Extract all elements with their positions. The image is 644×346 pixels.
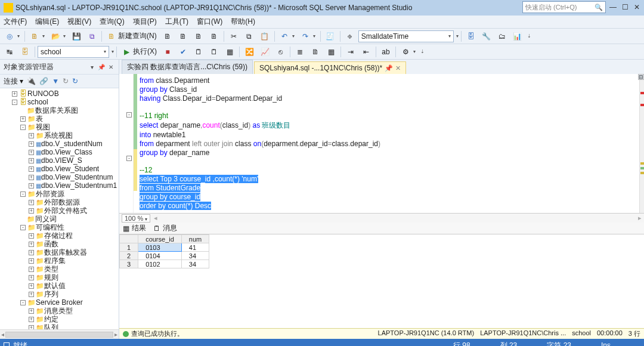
results-text-icon[interactable]: ≣ <box>293 45 307 58</box>
uncomment-icon[interactable]: ⇤ <box>359 45 373 58</box>
expand-icon[interactable]: + <box>29 150 34 155</box>
stop-button[interactable]: ■ <box>160 45 175 58</box>
refresh-icon[interactable]: ↻ <box>72 77 78 85</box>
close-tab-icon[interactable]: ✕ <box>395 64 401 72</box>
open-button[interactable]: 📂▾ <box>48 30 68 43</box>
maximize-button[interactable]: ☐ <box>620 2 630 12</box>
properties-button[interactable]: 🧾 <box>323 30 338 43</box>
paste-button[interactable]: 📋 <box>258 30 272 43</box>
expand-icon[interactable]: + <box>29 166 34 172</box>
menu-query[interactable]: 查询(Q) <box>100 17 124 27</box>
tree-item[interactable]: +▦ dbo.V_studentNum <box>0 140 119 148</box>
expand-icon[interactable]: - <box>20 191 26 197</box>
options-icon[interactable]: ⚙▾ <box>398 45 418 58</box>
save-button[interactable]: 💾 <box>69 30 83 43</box>
tree-item[interactable]: +📁 序列 <box>0 290 119 298</box>
wrench-icon[interactable]: 🔧 <box>479 30 494 43</box>
results-grid[interactable]: course_idnum101034120104343010234 <box>119 234 644 328</box>
expand-icon[interactable]: + <box>29 133 34 138</box>
execute-button[interactable]: ▶执行(X) <box>119 45 159 58</box>
expand-icon[interactable]: + <box>29 292 34 297</box>
tree-item[interactable]: +▦ dbo.View_Student <box>0 165 119 173</box>
client-stats-icon[interactable]: 📈 <box>258 45 272 58</box>
tab-experiment[interactable]: 实验四 数据库查询语言...C\Chris (59)) <box>122 60 253 74</box>
intellisense-icon[interactable]: ab <box>379 45 393 58</box>
engine-query-icon[interactable]: 🗎 <box>160 30 175 43</box>
new-query-button[interactable]: 🗎新建查询(N) <box>104 30 159 43</box>
new-project-button[interactable]: 🗎▾ <box>27 30 47 43</box>
expand-icon[interactable]: - <box>20 300 26 305</box>
sql-text[interactable]: from class.Deparment group by Class_id h… <box>137 74 639 213</box>
indent-icon[interactable]: ↹ <box>2 45 17 58</box>
tree-item[interactable]: +📁 队列 <box>0 323 119 329</box>
close-panel-icon[interactable]: ✕ <box>107 64 115 70</box>
zoom-combo[interactable]: 100 % ▾ <box>122 214 150 223</box>
tree-item[interactable]: +📁 表 <box>0 115 119 123</box>
menu-edit[interactable]: 编辑(E) <box>35 17 59 27</box>
back-button[interactable]: ◎▾ <box>2 30 22 43</box>
copy-button[interactable]: ⧉ <box>242 30 256 43</box>
expand-icon[interactable]: + <box>29 325 34 330</box>
refresh-all-icon[interactable]: ↻ <box>63 77 69 85</box>
template-icon[interactable]: 🗂 <box>495 30 509 43</box>
menu-tools[interactable]: 工具(T) <box>165 17 188 27</box>
xmla-icon[interactable]: 🗎 <box>207 30 221 43</box>
activity-icon[interactable]: 📊 <box>510 30 525 43</box>
expand-icon[interactable]: + <box>29 267 34 272</box>
results-file-icon[interactable]: 🗎 <box>308 45 323 58</box>
parse-button[interactable]: ✔ <box>176 45 190 58</box>
disconnect-icon[interactable]: 🔌 <box>27 77 36 85</box>
save-all-button[interactable]: ⧉ <box>85 30 99 43</box>
registered-servers-icon[interactable]: 🗄 <box>464 30 478 43</box>
expand-icon[interactable]: + <box>29 317 34 322</box>
results-grid-icon2[interactable]: ▦ <box>324 45 338 58</box>
expand-icon[interactable]: - <box>12 100 17 105</box>
expand-icon[interactable]: + <box>29 242 34 247</box>
expand-icon[interactable]: + <box>29 258 34 264</box>
overview-ruler[interactable]: ⊟ <box>639 74 644 213</box>
live-stats-icon[interactable]: ⎋ <box>273 45 287 58</box>
close-button[interactable]: ✕ <box>632 2 642 12</box>
usetype-icon[interactable]: ⎆ <box>343 30 357 43</box>
tree-item[interactable]: +📁 程序集 <box>0 257 119 265</box>
expand-icon[interactable]: + <box>29 175 34 180</box>
results-grid-icon[interactable]: ▦ <box>222 45 237 58</box>
h-scrollbar[interactable]: ◂▸ <box>0 329 119 339</box>
expand-icon[interactable]: + <box>29 141 34 147</box>
use-db-icon[interactable]: 🗄 <box>18 45 32 58</box>
menu-window[interactable]: 窗口(W) <box>197 17 222 27</box>
tree-item[interactable]: 📁 数据库关系图 <box>0 106 119 115</box>
tree-item[interactable]: +▦ dbo.VIEW_S <box>0 156 119 165</box>
tree-item[interactable]: +📁 外部文件格式 <box>0 206 119 215</box>
expand-icon[interactable]: + <box>29 158 34 163</box>
tab-sqlshiyan4[interactable]: SQLshiyan4.sql -...1Q1NC\Chris (58))* 📌✕ <box>254 61 406 74</box>
menu-file[interactable]: 文件(F) <box>4 17 27 27</box>
expand-icon[interactable]: + <box>29 183 34 189</box>
connect-button[interactable]: 连接 ▾ <box>4 76 23 86</box>
expand-icon[interactable]: - <box>20 125 26 130</box>
quick-launch-input[interactable]: 快速启动 (Ctrl+Q) 🔍 <box>522 1 606 13</box>
datetime-combo[interactable]: SmalldateTime▾ <box>358 30 454 42</box>
filter-icon[interactable]: ▼ <box>52 77 59 85</box>
cut-button[interactable]: ✂ <box>227 30 241 43</box>
mdx-icon[interactable]: 🗎 <box>176 30 190 43</box>
object-tree[interactable]: +🗄 RUNOOB-🗄 school📁 数据库关系图+📁 表-📁 视图+📁 系统… <box>0 88 119 329</box>
dmx-icon[interactable]: 🗎 <box>191 30 206 43</box>
redo-button[interactable]: ↷▾ <box>298 30 318 43</box>
tab-messages[interactable]: 🗒消息 <box>153 223 177 233</box>
tree-item[interactable]: +▦ dbo.View_Class <box>0 148 119 156</box>
expand-icon[interactable]: - <box>20 225 26 230</box>
expand-icon[interactable]: + <box>29 208 34 214</box>
minimize-button[interactable]: — <box>608 2 618 12</box>
menu-project[interactable]: 项目(P) <box>133 17 157 27</box>
tree-item[interactable]: +▦ dbo.View_Studentnum <box>0 173 119 181</box>
split-icon[interactable]: ⊟ <box>638 74 644 80</box>
tree-item[interactable]: +📁 类型 <box>0 265 119 273</box>
sql-editor[interactable]: - - from class.Deparment group by Class_… <box>119 74 644 213</box>
tree-item[interactable]: +📁 存储过程 <box>0 231 119 240</box>
tab-results[interactable]: ▦结果 <box>123 223 146 233</box>
include-plan-icon[interactable]: 🔀 <box>242 45 256 58</box>
menu-help[interactable]: 帮助(H) <box>231 17 255 27</box>
tree-item[interactable]: +📁 系统视图 <box>0 131 119 140</box>
tree-item[interactable]: +📁 默认值 <box>0 282 119 290</box>
